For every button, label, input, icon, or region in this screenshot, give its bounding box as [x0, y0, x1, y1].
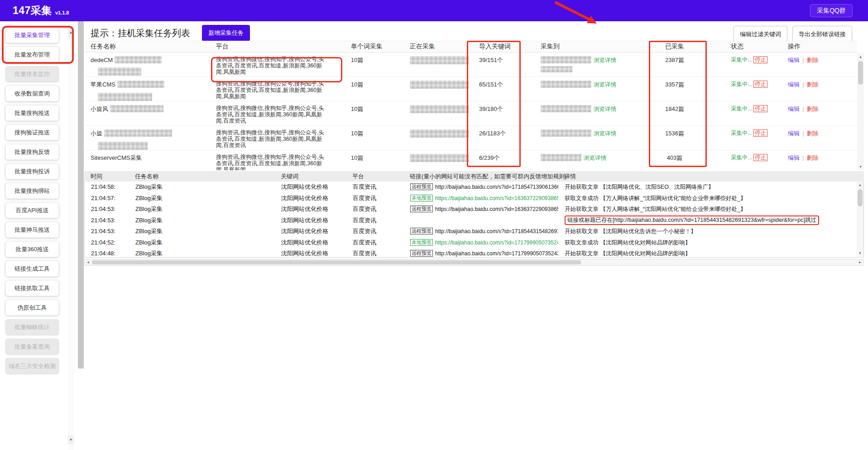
view-details-link[interactable]: 浏览详情	[594, 81, 616, 88]
sidebar-item-link-grab[interactable]: 链接抓取工具	[5, 280, 59, 296]
collecting-now	[403, 101, 473, 113]
delete-button[interactable]: 删除	[806, 130, 818, 137]
col-header-time: 时间	[84, 172, 129, 181]
log-scrollbar[interactable]: ▲ ▼	[857, 182, 863, 257]
sidebar-item-sogou-verify-push[interactable]: 搜狗验证推送	[5, 124, 59, 140]
log-url[interactable]: https://baijiahao.baidu.com/s?id=1636372…	[435, 206, 558, 212]
scroll-up-icon[interactable]: ▲	[857, 53, 864, 60]
status-badge: 采集中...	[731, 154, 753, 161]
task-name: 小旋	[84, 126, 210, 150]
task-name: SiteserverCMS采集	[84, 150, 210, 162]
log-row: 21:04:52: ZBlog采集 沈阳网站优化价格 百度资讯 本地预览http…	[85, 237, 863, 249]
edit-button[interactable]: 编辑	[788, 105, 800, 112]
stop-button[interactable]: 停止	[753, 56, 767, 63]
add-task-button[interactable]: 新增采集任务	[202, 25, 250, 41]
imported-keywords: 6/239个	[473, 150, 534, 162]
redacted-text	[110, 105, 163, 112]
task-platforms: 搜狗资讯,搜狗微信,搜狗知乎,搜狗公众号,头条资讯,百度资讯,百度知道,新浪新闻…	[210, 53, 345, 75]
sidebar-item-baidu-api-push[interactable]: 百度API推送	[5, 202, 59, 218]
log-link: 本地预览https://baijiahao.baidu.com/s?id=171…	[404, 237, 558, 249]
stop-button[interactable]: 停止	[753, 105, 767, 112]
sidebar-item-360-push[interactable]: 批量360推送	[5, 241, 59, 257]
imported-keywords: 39/151个	[473, 53, 534, 64]
view-details-link[interactable]: 浏览详情	[594, 57, 616, 63]
sidebar-item-index-query[interactable]: 收录数据查询	[5, 86, 59, 101]
content-scrollbar-strip[interactable]	[78, 21, 84, 369]
scrollbar-thumb[interactable]	[858, 189, 863, 206]
col-header-link: 链接(量小的网站可能没有匹配，如需要可群内反馈增加规则)	[403, 172, 558, 181]
sidebar-item-sogou-push[interactable]: 批量搜狗推送	[5, 105, 59, 121]
scroll-right-icon[interactable]: ►	[857, 259, 863, 265]
log-task: ZBlog采集	[129, 237, 275, 249]
sidebar-item-shenma-push[interactable]: 批量神马推送	[5, 222, 59, 238]
sidebar-scrollbar[interactable]: ▲ ▼	[68, 21, 74, 450]
remote-preview-badge[interactable]: 远程预览	[410, 228, 433, 235]
edit-button[interactable]: 编辑	[788, 81, 800, 88]
sidebar-item-pseudo-original[interactable]: 伪原创工具	[5, 300, 59, 316]
qq-group-button[interactable]: 采集QQ群	[810, 4, 853, 17]
log-link	[404, 215, 558, 226]
log-url[interactable]: https://baijiahao.baidu.com/s?id=1636372…	[435, 195, 558, 201]
sidebar-item-link-generate[interactable]: 链接生成工具	[5, 261, 59, 277]
edit-button[interactable]: 编辑	[788, 130, 800, 137]
log-detail: 获取文章成功 【沈阳网站优化对网站品牌的影响】	[558, 237, 863, 249]
log-task: ZBlog采集	[129, 193, 275, 204]
sidebar-item-sogou-bind[interactable]: 批量搜狗绑站	[5, 183, 59, 199]
view-details-link[interactable]: 浏览详情	[584, 155, 606, 161]
remote-preview-badge[interactable]: 远程预览	[410, 183, 433, 190]
log-detail: 开始获取文章 【万人网络讲解_“沈阳网站优化”能给企业带来哪些好处_】	[558, 204, 863, 215]
view-details-link[interactable]: 浏览详情	[594, 106, 616, 112]
log-horizontal-scrollbar[interactable]: ◄ ►	[84, 259, 864, 266]
actions-cell: 编辑|删除	[772, 101, 857, 113]
col-header-platform: 平台	[210, 43, 345, 51]
status-cell: 采集中...停止	[706, 101, 772, 113]
sidebar-item-sogou-feedback[interactable]: 批量搜狗反馈	[5, 144, 59, 160]
local-preview-badge[interactable]: 本地预览	[410, 195, 433, 201]
task-platforms: 搜狗资讯,搜狗微信,搜狗知乎,搜狗公众号,头条资讯,百度知道,新浪新闻,360新…	[210, 101, 345, 124]
scroll-down-icon[interactable]: ▼	[857, 163, 864, 170]
col-header-collected-count: 已采集	[643, 43, 706, 51]
task-name: 小旋风	[84, 101, 210, 113]
view-details-link[interactable]: 浏览详情	[594, 130, 616, 137]
sidebar-item-sogou-complaint[interactable]: 批量搜狗投诉	[5, 163, 59, 179]
per-word-count: 10篇	[345, 53, 403, 64]
log-url[interactable]: http://baijiahao.baidu.com/s?id=17185471…	[435, 184, 558, 190]
scroll-down-icon[interactable]: ▼	[857, 250, 863, 257]
log-keyword: 沈阳网站优化价格	[275, 204, 346, 215]
scroll-down-icon[interactable]: ▼	[68, 436, 74, 445]
sidebar-item-batch-collect[interactable]: 批量采集管理	[5, 27, 59, 43]
status-badge: 采集中...	[731, 105, 753, 112]
edit-button[interactable]: 编辑	[788, 57, 800, 63]
collecting-now	[403, 77, 473, 89]
scroll-up-icon[interactable]: ▲	[68, 28, 74, 37]
stop-button[interactable]: 停止	[753, 154, 767, 161]
scroll-up-icon[interactable]: ▲	[857, 182, 863, 188]
scroll-left-icon[interactable]: ◄	[85, 259, 91, 265]
scrollbar-thumb[interactable]	[92, 260, 581, 264]
sidebar-item-domain-safety: 域名三方安全检测	[5, 358, 59, 374]
log-url[interactable]: http://baijiahao.baidu.com/s?id=17185443…	[435, 228, 558, 235]
log-row: 21:04:53: ZBlog采集 沈阳网站优化价格 百度资讯 链接或标题已存在…	[85, 215, 863, 226]
delete-button[interactable]: 删除	[806, 81, 818, 88]
edit-button[interactable]: 编辑	[788, 154, 800, 161]
sidebar-item-batch-publish[interactable]: 批量发布管理	[5, 47, 59, 62]
remote-preview-badge[interactable]: 远程预览	[410, 250, 433, 257]
redacted-text	[541, 66, 572, 72]
stop-button[interactable]: 停止	[753, 129, 767, 137]
col-header-keyword: 关键词	[274, 172, 346, 181]
local-preview-badge[interactable]: 本地预览	[410, 239, 433, 246]
log-row: 21:04:48: ZBlog采集 沈阳网站优化价格 百度资讯 远程预览http…	[85, 248, 863, 258]
table-row: 小旋 搜狗资讯,搜狗微信,搜狗知乎,搜狗公众号,头条资讯,百度知道,新浪新闻,3…	[84, 126, 857, 150]
remote-preview-badge[interactable]: 远程预览	[410, 206, 433, 212]
log-platform: 百度资讯	[346, 237, 404, 249]
delete-button[interactable]: 删除	[806, 105, 818, 112]
task-table-scrollbar[interactable]: ▲ ▼	[857, 53, 864, 170]
separator: |	[802, 154, 804, 161]
stop-button[interactable]: 停止	[753, 81, 767, 88]
log-time: 21:04:53:	[85, 226, 129, 237]
log-url[interactable]: http://baijiahao.baidu.com/s?id=17179990…	[435, 250, 558, 257]
delete-button[interactable]: 删除	[806, 57, 818, 63]
delete-button[interactable]: 删除	[806, 154, 818, 161]
log-url[interactable]: https://baijiahao.baidu.com/s?id=1717999…	[435, 239, 558, 246]
scrollbar-thumb[interactable]	[858, 61, 863, 85]
